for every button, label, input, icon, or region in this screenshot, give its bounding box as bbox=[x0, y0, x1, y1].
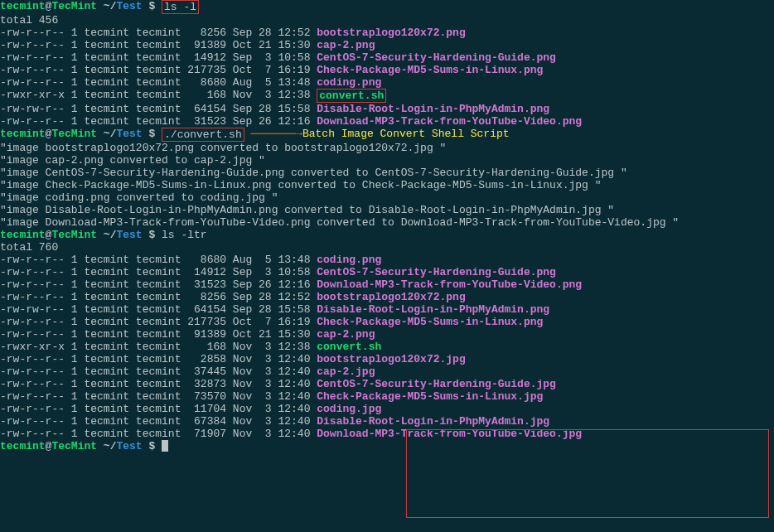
file-listing: -rw-r--r-- 1 tecmint tecmint 8256 Sep 28… bbox=[0, 27, 774, 128]
file-metadata: -rwxr-xr-x 1 tecmint tecmint 168 Nov 3 1… bbox=[0, 89, 317, 103]
file-name: Download-MP3-Track-from-YouTube-Video.pn… bbox=[317, 278, 582, 291]
file-name: Check-Package-MD5-Sums-in-Linux.png bbox=[317, 64, 543, 76]
conversion-message: "image Download-MP3-Track-from-YouTube-V… bbox=[0, 216, 774, 229]
terminal-output[interactable]: tecmint@TecMint ~/Test $ ls -l total 456… bbox=[0, 0, 774, 452]
file-metadata: -rw-rw-r-- 1 tecmint tecmint 64154 Sep 2… bbox=[0, 103, 317, 115]
list-item: -rw-r--r-- 1 tecmint tecmint 14912 Sep 3… bbox=[0, 266, 774, 278]
file-metadata: -rw-r--r-- 1 tecmint tecmint 91389 Oct 2… bbox=[0, 328, 317, 341]
file-name: bootstraplogo120x72.png bbox=[317, 27, 465, 39]
file-metadata: -rw-r--r-- 1 tecmint tecmint 217735 Oct … bbox=[0, 64, 317, 76]
prompt-path-sep: ~/ bbox=[97, 128, 116, 142]
prompt-dir: Test bbox=[116, 0, 142, 14]
file-name: Disable-Root-Login-in-PhpMyAdmin.png bbox=[317, 103, 549, 115]
list-item: -rw-r--r-- 1 tecmint tecmint 31523 Sep 2… bbox=[0, 115, 774, 128]
prompt-user: tecmint bbox=[0, 128, 46, 142]
list-item: -rw-r--r-- 1 tecmint tecmint 8256 Sep 28… bbox=[0, 291, 774, 303]
file-metadata: -rw-r--r-- 1 tecmint tecmint 91389 Oct 2… bbox=[0, 39, 317, 51]
file-metadata: -rw-r--r-- 1 tecmint tecmint 11704 Nov 3… bbox=[0, 403, 317, 415]
conversion-message: "image CentOS-7-Security-Hardening-Guide… bbox=[0, 167, 774, 179]
file-metadata: -rw-r--r-- 1 tecmint tecmint 14912 Sep 3… bbox=[0, 266, 317, 278]
arrow-icon: ───────→ bbox=[251, 128, 302, 142]
conversion-message: "image cap-2.png converted to cap-2.jpg … bbox=[0, 154, 774, 167]
list-item: -rw-r--r-- 1 tecmint tecmint 31523 Sep 2… bbox=[0, 278, 774, 291]
file-name: coding.png bbox=[317, 254, 381, 266]
file-metadata: -rw-r--r-- 1 tecmint tecmint 14912 Sep 3… bbox=[0, 51, 317, 64]
prompt-path-sep: ~/ bbox=[97, 229, 116, 241]
list-item: -rwxr-xr-x 1 tecmint tecmint 168 Nov 3 1… bbox=[0, 89, 774, 103]
conversion-output: "image bootstraplogo120x72.png converted… bbox=[0, 142, 774, 229]
prompt-at: @ bbox=[46, 229, 52, 241]
list-item: -rw-r--r-- 1 tecmint tecmint 8256 Sep 28… bbox=[0, 27, 774, 39]
prompt-line: tecmint@TecMint ~/Test $ ls -ltr bbox=[0, 229, 774, 241]
prompt-host: TecMint bbox=[51, 440, 97, 452]
file-name: Download-MP3-Track-from-YouTube-Video.jp… bbox=[317, 428, 582, 440]
annotation-label: Batch Image Convert Shell Script bbox=[302, 128, 510, 142]
prompt-dollar: $ bbox=[143, 440, 162, 452]
file-metadata: -rw-r--r-- 1 tecmint tecmint 67384 Nov 3… bbox=[0, 415, 317, 428]
file-name: convert.sh bbox=[319, 89, 384, 102]
file-name: cap-2.png bbox=[317, 39, 375, 51]
file-metadata: -rw-r--r-- 1 tecmint tecmint 8256 Sep 28… bbox=[0, 291, 317, 303]
list-item: -rwxr-xr-x 1 tecmint tecmint 168 Nov 3 1… bbox=[0, 341, 774, 353]
prompt-path-sep: ~/ bbox=[97, 0, 116, 14]
prompt-line: tecmint@TecMint ~/Test $ ./convert.sh ──… bbox=[0, 128, 774, 142]
prompt-dir: Test bbox=[116, 440, 142, 452]
file-metadata: -rw-r--r-- 1 tecmint tecmint 8256 Sep 28… bbox=[0, 27, 317, 39]
file-metadata: -rw-r--r-- 1 tecmint tecmint 217735 Oct … bbox=[0, 316, 317, 328]
prompt-path-sep: ~/ bbox=[97, 440, 116, 452]
list-item: -rw-r--r-- 1 tecmint tecmint 217735 Oct … bbox=[0, 316, 774, 328]
file-listing: -rw-r--r-- 1 tecmint tecmint 8680 Aug 5 … bbox=[0, 254, 774, 440]
list-item: -rw-r--r-- 1 tecmint tecmint 91389 Oct 2… bbox=[0, 39, 774, 51]
list-item: -rw-r--r-- 1 tecmint tecmint 37445 Nov 3… bbox=[0, 365, 774, 378]
command-text: ls -ltr bbox=[162, 229, 207, 241]
file-name: cap-2.png bbox=[317, 328, 375, 341]
prompt-dir: Test bbox=[116, 128, 142, 142]
file-name: Download-MP3-Track-from-YouTube-Video.pn… bbox=[317, 115, 582, 128]
file-name: Disable-Root-Login-in-PhpMyAdmin.jpg bbox=[317, 415, 549, 428]
list-item: -rw-r--r-- 1 tecmint tecmint 8680 Aug 5 … bbox=[0, 76, 774, 89]
prompt-dollar: $ bbox=[143, 0, 162, 14]
prompt-host: TecMint bbox=[51, 128, 97, 142]
prompt-user: tecmint bbox=[0, 0, 46, 14]
list-item: -rw-r--r-- 1 tecmint tecmint 2858 Nov 3 … bbox=[0, 353, 774, 365]
file-metadata: -rw-r--r-- 1 tecmint tecmint 71907 Nov 3… bbox=[0, 428, 317, 440]
file-name: bootstraplogo120x72.jpg bbox=[317, 353, 465, 365]
file-name: coding.jpg bbox=[317, 403, 381, 415]
file-metadata: -rw-r--r-- 1 tecmint tecmint 2858 Nov 3 … bbox=[0, 353, 317, 365]
cursor-icon[interactable] bbox=[162, 440, 168, 452]
list-item: -rw-r--r-- 1 tecmint tecmint 71907 Nov 3… bbox=[0, 428, 774, 440]
highlighted-command: ./convert.sh bbox=[162, 128, 244, 142]
list-item: -rw-r--r-- 1 tecmint tecmint 217735 Oct … bbox=[0, 64, 774, 76]
file-metadata: -rw-rw-r-- 1 tecmint tecmint 64154 Sep 2… bbox=[0, 303, 317, 316]
highlighted-script: convert.sh bbox=[317, 89, 386, 103]
prompt-user: tecmint bbox=[0, 440, 46, 452]
prompt-host: TecMint bbox=[51, 229, 97, 241]
file-name: Check-Package-MD5-Sums-in-Linux.png bbox=[317, 316, 543, 328]
prompt-dir: Test bbox=[116, 229, 142, 241]
total-line: total 760 bbox=[0, 241, 774, 254]
prompt-at: @ bbox=[46, 440, 52, 452]
prompt-dollar: $ bbox=[143, 128, 162, 142]
file-metadata: -rw-r--r-- 1 tecmint tecmint 37445 Nov 3… bbox=[0, 365, 317, 378]
list-item: -rw-r--r-- 1 tecmint tecmint 67384 Nov 3… bbox=[0, 415, 774, 428]
prompt-host: TecMint bbox=[51, 0, 97, 14]
highlighted-command: ls -l bbox=[162, 0, 199, 14]
file-name: Disable-Root-Login-in-PhpMyAdmin.png bbox=[317, 303, 549, 316]
file-name: CentOS-7-Security-Hardening-Guide.png bbox=[317, 266, 556, 278]
file-metadata: -rw-r--r-- 1 tecmint tecmint 73570 Nov 3… bbox=[0, 390, 317, 403]
file-metadata: -rw-r--r-- 1 tecmint tecmint 32873 Nov 3… bbox=[0, 378, 317, 390]
file-name: CentOS-7-Security-Hardening-Guide.png bbox=[317, 51, 556, 64]
file-name: convert.sh bbox=[317, 341, 381, 353]
file-metadata: -rw-r--r-- 1 tecmint tecmint 31523 Sep 2… bbox=[0, 115, 317, 128]
list-item: -rw-r--r-- 1 tecmint tecmint 91389 Oct 2… bbox=[0, 328, 774, 341]
file-metadata: -rw-r--r-- 1 tecmint tecmint 31523 Sep 2… bbox=[0, 278, 317, 291]
file-name: coding.png bbox=[317, 76, 381, 89]
list-item: -rw-rw-r-- 1 tecmint tecmint 64154 Sep 2… bbox=[0, 103, 774, 115]
prompt-user: tecmint bbox=[0, 229, 46, 241]
file-name: Check-Package-MD5-Sums-in-Linux.jpg bbox=[317, 390, 543, 403]
file-metadata: -rwxr-xr-x 1 tecmint tecmint 168 Nov 3 1… bbox=[0, 341, 317, 353]
total-line: total 456 bbox=[0, 14, 774, 27]
list-item: -rw-r--r-- 1 tecmint tecmint 11704 Nov 3… bbox=[0, 403, 774, 415]
command-text: ./convert.sh bbox=[164, 128, 242, 141]
prompt-line: tecmint@TecMint ~/Test $ bbox=[0, 440, 774, 452]
